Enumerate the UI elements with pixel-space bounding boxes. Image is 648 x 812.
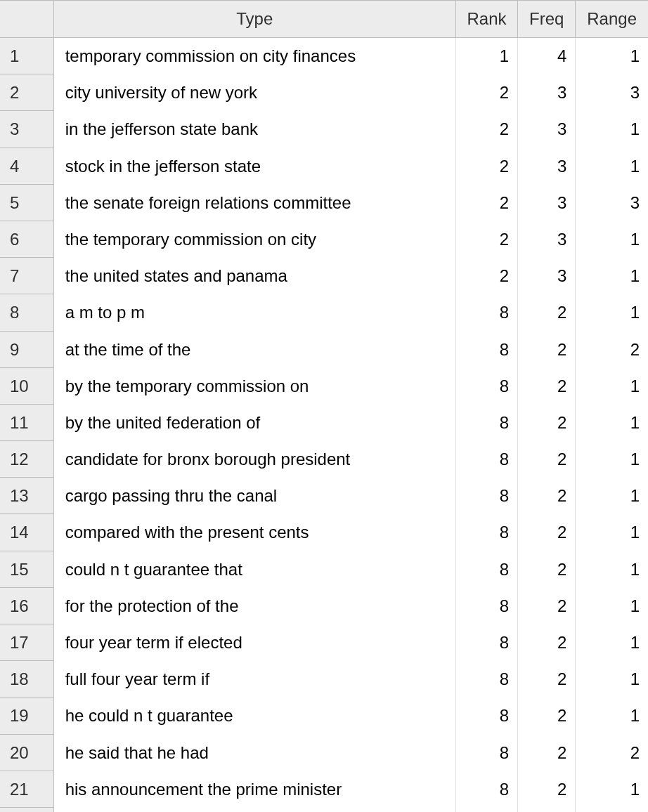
cell-freq: 3 bbox=[518, 184, 576, 221]
cell-type: his decision to punish only bbox=[53, 807, 455, 812]
cell-freq: 3 bbox=[518, 74, 576, 111]
row-index: 16 bbox=[0, 587, 53, 624]
table-row[interactable]: 10by the temporary commission on821 bbox=[0, 367, 648, 404]
cell-freq: 2 bbox=[518, 514, 576, 551]
cell-rank: 2 bbox=[455, 221, 517, 257]
table-row[interactable]: 16for the protection of the821 bbox=[0, 587, 648, 624]
table-row[interactable]: 11by the united federation of821 bbox=[0, 404, 648, 440]
cell-rank: 2 bbox=[455, 74, 517, 111]
table-row[interactable]: 22his decision to punish only821 bbox=[0, 807, 648, 812]
cell-rank: 8 bbox=[455, 624, 517, 661]
table-row[interactable]: 14compared with the present cents821 bbox=[0, 514, 648, 551]
col-header-freq[interactable]: Freq bbox=[518, 1, 576, 38]
cell-freq: 2 bbox=[518, 661, 576, 698]
table-row[interactable]: 18full four year term if821 bbox=[0, 661, 648, 698]
cell-rank: 8 bbox=[455, 551, 517, 587]
row-index: 7 bbox=[0, 258, 53, 294]
cell-rank: 8 bbox=[455, 478, 517, 514]
table-row[interactable]: 15could n t guarantee that821 bbox=[0, 551, 648, 587]
row-index: 4 bbox=[0, 148, 53, 184]
table-row[interactable]: 1temporary commission on city finances14… bbox=[0, 38, 648, 74]
cell-type: the united states and panama bbox=[53, 258, 455, 294]
cell-rank: 2 bbox=[455, 148, 517, 184]
cell-type: temporary commission on city finances bbox=[53, 38, 455, 74]
cell-type: candidate for bronx borough president bbox=[53, 441, 455, 478]
row-index: 14 bbox=[0, 514, 53, 551]
row-index: 9 bbox=[0, 331, 53, 367]
table-row[interactable]: 17four year term if elected821 bbox=[0, 624, 648, 661]
cell-freq: 4 bbox=[518, 38, 576, 74]
cell-type: full four year term if bbox=[53, 661, 455, 698]
row-index: 10 bbox=[0, 367, 53, 404]
col-header-type[interactable]: Type bbox=[53, 1, 455, 38]
cell-type: at the time of the bbox=[53, 331, 455, 367]
col-header-index[interactable] bbox=[0, 1, 53, 38]
cell-rank: 8 bbox=[455, 661, 517, 698]
row-index: 2 bbox=[0, 74, 53, 111]
cell-freq: 3 bbox=[518, 221, 576, 257]
table-row[interactable]: 9at the time of the822 bbox=[0, 331, 648, 367]
cell-freq: 2 bbox=[518, 294, 576, 331]
cell-freq: 2 bbox=[518, 441, 576, 478]
table-row[interactable]: 20he said that he had822 bbox=[0, 734, 648, 771]
table-row[interactable]: 3in the jefferson state bank231 bbox=[0, 111, 648, 148]
table-row[interactable]: 5the senate foreign relations committee2… bbox=[0, 184, 648, 221]
cell-range: 1 bbox=[576, 111, 648, 148]
cell-type: in the jefferson state bank bbox=[53, 111, 455, 148]
cell-rank: 8 bbox=[455, 807, 517, 812]
cell-type: could n t guarantee that bbox=[53, 551, 455, 587]
cell-freq: 2 bbox=[518, 771, 576, 807]
cell-range: 1 bbox=[576, 367, 648, 404]
col-header-rank[interactable]: Rank bbox=[455, 1, 517, 38]
table-row[interactable]: 2city university of new york233 bbox=[0, 74, 648, 111]
header-row: Type Rank Freq Range bbox=[0, 1, 648, 38]
row-index: 13 bbox=[0, 478, 53, 514]
cell-type: cargo passing thru the canal bbox=[53, 478, 455, 514]
row-index: 20 bbox=[0, 734, 53, 771]
cell-type: for the protection of the bbox=[53, 587, 455, 624]
cell-freq: 2 bbox=[518, 331, 576, 367]
cell-rank: 8 bbox=[455, 734, 517, 771]
row-index: 18 bbox=[0, 661, 53, 698]
cell-range: 1 bbox=[576, 661, 648, 698]
cell-rank: 8 bbox=[455, 404, 517, 440]
table-row[interactable]: 6the temporary commission on city231 bbox=[0, 221, 648, 257]
cell-range: 2 bbox=[576, 734, 648, 771]
cell-type: four year term if elected bbox=[53, 624, 455, 661]
row-index: 1 bbox=[0, 38, 53, 74]
row-index: 15 bbox=[0, 551, 53, 587]
cell-range: 1 bbox=[576, 478, 648, 514]
cell-rank: 1 bbox=[455, 38, 517, 74]
cell-range: 1 bbox=[576, 441, 648, 478]
cell-range: 3 bbox=[576, 184, 648, 221]
table-row[interactable]: 8a m to p m821 bbox=[0, 294, 648, 331]
row-index: 12 bbox=[0, 441, 53, 478]
cell-range: 1 bbox=[576, 624, 648, 661]
row-index: 5 bbox=[0, 184, 53, 221]
cell-freq: 2 bbox=[518, 367, 576, 404]
row-index: 17 bbox=[0, 624, 53, 661]
row-index: 21 bbox=[0, 771, 53, 807]
cell-type: he said that he had bbox=[53, 734, 455, 771]
table-row[interactable]: 19he could n t guarantee821 bbox=[0, 698, 648, 734]
data-table-container: Type Rank Freq Range 1temporary commissi… bbox=[0, 0, 648, 812]
cell-range: 1 bbox=[576, 771, 648, 807]
cell-range: 3 bbox=[576, 74, 648, 111]
cell-freq: 2 bbox=[518, 404, 576, 440]
cell-range: 1 bbox=[576, 551, 648, 587]
cell-freq: 2 bbox=[518, 624, 576, 661]
row-index: 11 bbox=[0, 404, 53, 440]
table-row[interactable]: 4stock in the jefferson state231 bbox=[0, 148, 648, 184]
cell-range: 1 bbox=[576, 38, 648, 74]
table-row[interactable]: 13cargo passing thru the canal821 bbox=[0, 478, 648, 514]
cell-range: 1 bbox=[576, 587, 648, 624]
cell-rank: 2 bbox=[455, 184, 517, 221]
cell-range: 1 bbox=[576, 404, 648, 440]
cell-type: a m to p m bbox=[53, 294, 455, 331]
table-row[interactable]: 12candidate for bronx borough president8… bbox=[0, 441, 648, 478]
table-row[interactable]: 21his announcement the prime minister821 bbox=[0, 771, 648, 807]
table-row[interactable]: 7the united states and panama231 bbox=[0, 258, 648, 294]
cell-range: 1 bbox=[576, 807, 648, 812]
col-header-range[interactable]: Range bbox=[576, 1, 648, 38]
cell-type: he could n t guarantee bbox=[53, 698, 455, 734]
